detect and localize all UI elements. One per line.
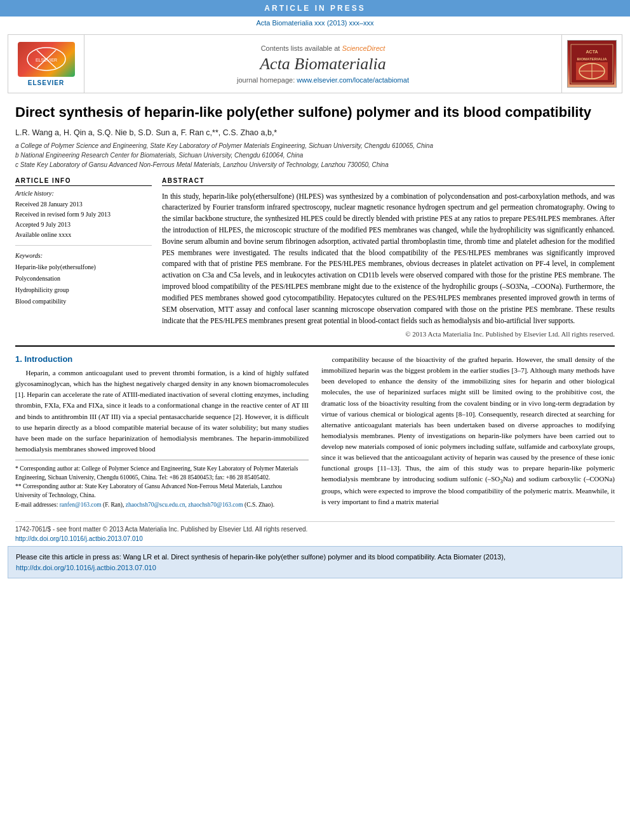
affiliation-c: c State Key Laboratory of Gansu Advanced…	[15, 160, 615, 170]
footer-doi[interactable]: http://dx.doi.org/10.1016/j.actbio.2013.…	[15, 535, 615, 542]
history-label: Article history:	[15, 190, 152, 197]
keywords-section: Keywords: Heparin-like poly(ethersulfone…	[15, 252, 152, 307]
right-column-abstract: ABSTRACT In this study, heparin-like pol…	[162, 177, 615, 338]
left-column: ARTICLE INFO Article history: Received 2…	[15, 177, 152, 338]
affiliation-b: b National Engineering Research Center f…	[15, 150, 615, 160]
svg-text:BIOMATERIALIA: BIOMATERIALIA	[577, 57, 607, 61]
affiliation-a: a College of Polymer Science and Enginee…	[15, 141, 615, 150]
journal-title: Acta Biomaterialia	[260, 55, 386, 74]
keyword-3: Hydrophilicity group	[15, 284, 152, 296]
affiliations: a College of Polymer Science and Enginee…	[15, 141, 615, 170]
intro-p1: Heparin, a common anticoagulant used to …	[15, 368, 309, 454]
footnote-double-star: ** Corresponding author at: State Key La…	[15, 482, 309, 500]
available-online: Available online xxxx	[15, 230, 152, 240]
email3-link[interactable]: zhaochsh70@163.com	[188, 502, 243, 508]
section-divider	[15, 345, 615, 347]
keyword-2: Polycondensation	[15, 273, 152, 284]
citation-box-doi[interactable]: http://dx.doi.org/10.1016/j.actbio.2013.…	[16, 564, 156, 571]
main-content: Direct synthesis of heparin-like poly(et…	[0, 98, 630, 515]
intro-paragraph-right: compatibility because of the bioactivity…	[321, 354, 615, 507]
keywords-label: Keywords:	[15, 252, 152, 259]
homepage-url[interactable]: www.elsevier.com/locate/actabiomat	[297, 76, 409, 84]
svg-text:ELSEVIER: ELSEVIER	[35, 58, 57, 62]
elsevier-label: ELSEVIER	[28, 79, 64, 86]
journal-homepage: journal homepage: www.elsevier.com/locat…	[237, 76, 409, 84]
citation-header: Acta Biomaterialia xxx (2013) xxx–xxx	[0, 17, 630, 29]
authors-line: L.R. Wang a, H. Qin a, S.Q. Nie b, S.D. …	[15, 128, 615, 137]
accepted-date: Accepted 9 July 2013	[15, 220, 152, 230]
citation-box: Please cite this article in press as: Wa…	[8, 546, 622, 578]
sciencedirect-link[interactable]: ScienceDirect	[342, 44, 385, 52]
article-info-heading: ARTICLE INFO	[15, 177, 152, 186]
info-divider	[15, 245, 152, 246]
footer-issn: 1742-7061/$ - see front matter © 2013 Ac…	[15, 526, 615, 533]
article-title: Direct synthesis of heparin-like poly(et…	[15, 103, 615, 122]
keyword-4: Blood compatibility	[15, 296, 152, 307]
journal-header: ELSEVIER ELSEVIER Contents lists availab…	[8, 34, 622, 93]
journal-header-center: Contents lists available at ScienceDirec…	[84, 35, 561, 93]
email2-link[interactable]: zhaochsh70@scu.edu.cn,	[126, 502, 187, 508]
footnote-email: E-mail addresses: ranfen@163.com (F. Ran…	[15, 500, 309, 509]
page-footer: 1742-7061/$ - see front matter © 2013 Ac…	[15, 521, 615, 542]
acta-logo: ACTA BIOMATERIALIA	[567, 40, 617, 88]
abstract-text: In this study, heparin-like poly(ethersu…	[162, 191, 615, 327]
article-in-press-banner: ARTICLE IN PRESS	[0, 0, 630, 17]
body-right-col: compatibility because of the bioactivity…	[321, 354, 615, 510]
svg-text:ACTA: ACTA	[586, 50, 598, 54]
intro-heading: 1. Introduction	[15, 354, 309, 364]
footnotes-section: * Corresponding author at: College of Po…	[15, 460, 309, 509]
elsevier-logo: ELSEVIER ELSEVIER	[18, 42, 75, 86]
received-date: Received 28 January 2013	[15, 199, 152, 210]
email3-person: (C.S. Zhao).	[245, 502, 274, 508]
elsevier-logo-image: ELSEVIER	[18, 42, 75, 77]
body-left-col: 1. Introduction Heparin, a common antico…	[15, 354, 309, 510]
elsevier-logo-container: ELSEVIER ELSEVIER	[8, 35, 84, 93]
received-revised-date: Received in revised form 9 July 2013	[15, 210, 152, 220]
body-columns: 1. Introduction Heparin, a common antico…	[15, 354, 615, 510]
email1-link[interactable]: ranfen@163.com	[60, 502, 102, 508]
keyword-1: Heparin-like poly(ethersulfone)	[15, 262, 152, 273]
abstract-heading: ABSTRACT	[162, 177, 615, 186]
copyright-line: © 2013 Acta Materialia Inc. Published by…	[162, 330, 615, 338]
email1-person: (F. Ran),	[103, 502, 124, 508]
article-info-abstract-section: ARTICLE INFO Article history: Received 2…	[15, 177, 615, 338]
citation-box-text: Please cite this article in press as: Wa…	[16, 553, 506, 561]
intro-paragraph-left: Heparin, a common anticoagulant used to …	[15, 368, 309, 454]
sciencedirect-line: Contents lists available at ScienceDirec…	[261, 44, 385, 52]
intro-p-right: compatibility because of the bioactivity…	[321, 354, 615, 507]
acta-logo-container: ACTA BIOMATERIALIA	[561, 35, 622, 93]
article-info: ARTICLE INFO Article history: Received 2…	[15, 177, 152, 307]
footnote-star: * Corresponding author at: College of Po…	[15, 464, 309, 483]
